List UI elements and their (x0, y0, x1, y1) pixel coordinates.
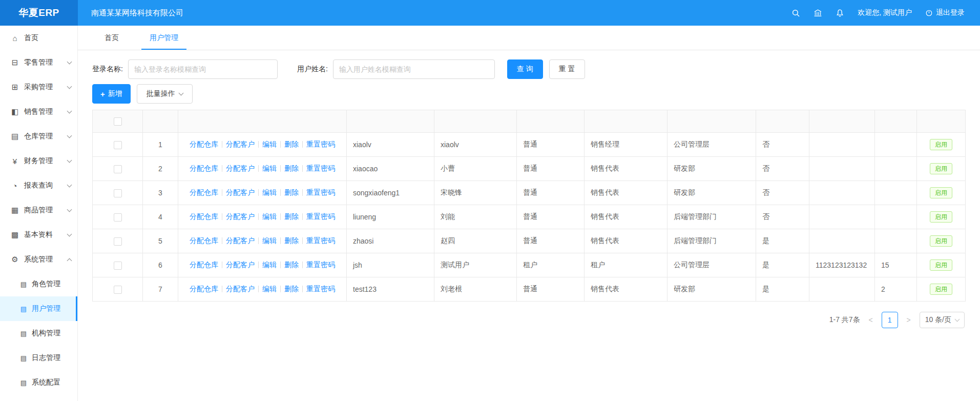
reset-password-link[interactable]: 重置密码 (306, 260, 335, 269)
delete-link[interactable]: 删除 (284, 285, 299, 293)
column-header (434, 110, 517, 133)
cell-organization: 公司管理层 (668, 253, 756, 277)
cell-index: 4 (143, 205, 178, 229)
reset-password-link[interactable]: 重置密码 (306, 285, 335, 293)
select-all-checkbox[interactable] (114, 117, 122, 126)
row-checkbox[interactable] (114, 237, 122, 246)
sidebar-item-basic[interactable]: ▩ 基本资料 (0, 223, 77, 247)
reset-password-link[interactable]: 重置密码 (306, 164, 335, 172)
next-page-button[interactable]: > (904, 316, 913, 324)
edit-link[interactable]: 编辑 (262, 140, 277, 148)
assign-warehouse-link[interactable]: 分配仓库 (190, 164, 218, 172)
tab[interactable]: 用户管理 (141, 26, 186, 50)
cell-user-type: 普通 (517, 229, 585, 253)
batch-actions-label: 批量操作 (147, 89, 175, 98)
assign-customer-link[interactable]: 分配客户 (226, 188, 255, 196)
sidebar-item-retail[interactable]: ⊟ 零售管理 (0, 50, 77, 75)
chevron-up-icon (67, 258, 72, 263)
delete-link[interactable]: 删除 (284, 212, 299, 220)
divider (222, 165, 222, 172)
organization-icon[interactable] (814, 9, 822, 17)
bell-icon[interactable] (836, 9, 844, 17)
status-badge[interactable]: 启用 (930, 259, 952, 271)
add-button[interactable]: + 新增 (92, 84, 131, 104)
user-name-input[interactable] (333, 59, 495, 79)
sidebar-subitem[interactable]: ▤ 用户管理 (0, 296, 77, 321)
assign-warehouse-link[interactable]: 分配仓库 (190, 285, 218, 293)
cell-index: 6 (143, 253, 178, 277)
page-size-select[interactable]: 10 条/页 (920, 312, 965, 328)
assign-warehouse-link[interactable]: 分配仓库 (190, 236, 218, 245)
reset-password-link[interactable]: 重置密码 (306, 236, 335, 245)
sidebar-item-system[interactable]: ⚙ 系统管理 (0, 247, 77, 272)
status-badge[interactable]: 启用 (930, 211, 952, 223)
sidebar-item-finance[interactable]: ¥ 财务管理 (0, 149, 77, 173)
assign-warehouse-link[interactable]: 分配仓库 (190, 260, 218, 269)
row-checkbox[interactable] (114, 213, 122, 222)
tab[interactable]: 首页 (96, 26, 127, 50)
logout-label: 退出登录 (936, 8, 965, 17)
sidebar-item-warehouse[interactable]: ▤ 仓库管理 (0, 124, 77, 149)
cell-operations: 分配仓库分配客户编辑删除重置密码 (178, 229, 347, 253)
cell-user-name: 宋晓锋 (434, 181, 517, 205)
logout-button[interactable]: 退出登录 (925, 8, 965, 17)
assign-warehouse-link[interactable]: 分配仓库 (190, 140, 218, 148)
reset-password-link[interactable]: 重置密码 (306, 188, 335, 196)
delete-link[interactable]: 删除 (284, 236, 299, 245)
delete-link[interactable]: 删除 (284, 260, 299, 269)
sidebar-subitem[interactable]: ▤ 角色管理 (0, 272, 77, 296)
sidebar-item-home[interactable]: ⌂ 首页 (0, 26, 77, 50)
sidebar-item-sale[interactable]: ◧ 销售管理 (0, 99, 77, 124)
sidebar-item-report[interactable]: ◔ 报表查询 (0, 173, 77, 198)
status-badge[interactable]: 启用 (930, 187, 952, 198)
cell-index: 1 (143, 133, 178, 157)
assign-customer-link[interactable]: 分配客户 (226, 164, 255, 172)
chevron-down-icon (67, 232, 72, 237)
delete-link[interactable]: 删除 (284, 140, 299, 148)
search-icon[interactable] (791, 9, 800, 17)
delete-link[interactable]: 删除 (284, 188, 299, 196)
sidebar-item-purchase[interactable]: ⊞ 采购管理 (0, 75, 77, 99)
edit-link[interactable]: 编辑 (262, 212, 277, 220)
sidebar-item-icon: ◔ (10, 182, 19, 190)
delete-link[interactable]: 删除 (284, 164, 299, 172)
sidebar-item-goods[interactable]: ▦ 商品管理 (0, 198, 77, 223)
status-badge[interactable]: 启用 (930, 163, 952, 174)
row-checkbox[interactable] (114, 262, 122, 270)
status-badge[interactable]: 启用 (930, 235, 952, 247)
cell-index: 5 (143, 229, 178, 253)
current-page-button[interactable]: 1 (882, 312, 898, 328)
reset-button[interactable]: 重 置 (549, 59, 585, 79)
assign-customer-link[interactable]: 分配客户 (226, 212, 255, 220)
cell-is-manager: 否 (756, 133, 809, 157)
status-badge[interactable]: 启用 (930, 139, 952, 150)
select-all-header (93, 110, 143, 133)
prev-page-button[interactable]: < (866, 316, 875, 324)
edit-link[interactable]: 编辑 (262, 188, 277, 196)
row-checkbox[interactable] (114, 165, 122, 173)
reset-password-link[interactable]: 重置密码 (306, 212, 335, 220)
sidebar-item-icon: ◧ (10, 107, 19, 116)
assign-customer-link[interactable]: 分配客户 (226, 285, 255, 293)
search-button[interactable]: 查 询 (507, 59, 543, 79)
assign-customer-link[interactable]: 分配客户 (226, 236, 255, 245)
row-checkbox[interactable] (114, 286, 122, 294)
edit-link[interactable]: 编辑 (262, 164, 277, 172)
sidebar-subitem[interactable]: ▤ 机构管理 (0, 321, 77, 346)
assign-customer-link[interactable]: 分配客户 (226, 140, 255, 148)
edit-link[interactable]: 编辑 (262, 285, 277, 293)
sidebar-subitem[interactable]: ▤ 系统配置 (0, 370, 77, 395)
assign-warehouse-link[interactable]: 分配仓库 (190, 212, 218, 220)
assign-warehouse-link[interactable]: 分配仓库 (190, 188, 218, 196)
status-badge[interactable]: 启用 (930, 284, 952, 295)
chevron-down-icon (67, 59, 72, 65)
row-checkbox[interactable] (114, 189, 122, 197)
assign-customer-link[interactable]: 分配客户 (226, 260, 255, 269)
edit-link[interactable]: 编辑 (262, 260, 277, 269)
login-name-input[interactable] (128, 59, 278, 79)
batch-actions-button[interactable]: 批量操作 (137, 84, 193, 104)
row-checkbox[interactable] (114, 141, 122, 149)
sidebar-subitem[interactable]: ▤ 日志管理 (0, 346, 77, 370)
reset-password-link[interactable]: 重置密码 (306, 140, 335, 148)
edit-link[interactable]: 编辑 (262, 236, 277, 245)
